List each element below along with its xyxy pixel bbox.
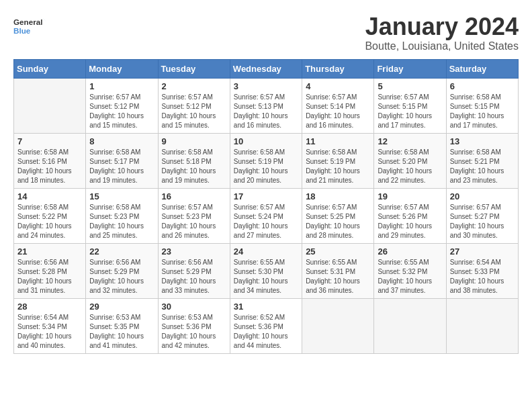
logo-svg: General Blue bbox=[13, 13, 47, 40]
day-number: 8 bbox=[89, 136, 154, 146]
day-number: 26 bbox=[378, 246, 442, 257]
header-monday: Monday bbox=[86, 59, 158, 78]
calendar-cell: 18Sunrise: 6:57 AMSunset: 5:25 PMDayligh… bbox=[302, 188, 374, 243]
day-info: Sunrise: 6:57 AMSunset: 5:14 PMDaylight:… bbox=[306, 93, 370, 130]
header-sunday: Sunday bbox=[14, 59, 86, 78]
day-number: 18 bbox=[306, 191, 370, 201]
month-title: January 2024 bbox=[365, 13, 519, 40]
day-info: Sunrise: 6:55 AMSunset: 5:32 PMDaylight:… bbox=[378, 258, 442, 295]
calendar-cell bbox=[302, 298, 374, 353]
calendar-cell: 14Sunrise: 6:58 AMSunset: 5:22 PMDayligh… bbox=[14, 188, 86, 243]
header-wednesday: Wednesday bbox=[230, 59, 302, 78]
calendar-cell: 2Sunrise: 6:57 AMSunset: 5:12 PMDaylight… bbox=[158, 78, 230, 133]
calendar-cell: 23Sunrise: 6:56 AMSunset: 5:29 PMDayligh… bbox=[158, 243, 230, 298]
calendar-cell: 8Sunrise: 6:58 AMSunset: 5:17 PMDaylight… bbox=[86, 133, 158, 188]
day-number: 22 bbox=[89, 246, 154, 257]
calendar-cell: 15Sunrise: 6:58 AMSunset: 5:23 PMDayligh… bbox=[86, 188, 158, 243]
day-number: 20 bbox=[450, 191, 515, 201]
calendar-cell: 27Sunrise: 6:54 AMSunset: 5:33 PMDayligh… bbox=[446, 243, 518, 298]
calendar-cell: 11Sunrise: 6:58 AMSunset: 5:19 PMDayligh… bbox=[302, 133, 374, 188]
week-row-5: 28Sunrise: 6:54 AMSunset: 5:34 PMDayligh… bbox=[14, 298, 519, 353]
day-info: Sunrise: 6:57 AMSunset: 5:12 PMDaylight:… bbox=[162, 93, 226, 130]
day-number: 11 bbox=[306, 136, 370, 146]
logo: General Blue bbox=[13, 13, 47, 40]
day-number: 13 bbox=[450, 136, 515, 146]
day-info: Sunrise: 6:58 AMSunset: 5:18 PMDaylight:… bbox=[162, 148, 226, 185]
day-info: Sunrise: 6:57 AMSunset: 5:12 PMDaylight:… bbox=[89, 93, 154, 130]
calendar-cell: 19Sunrise: 6:57 AMSunset: 5:26 PMDayligh… bbox=[374, 188, 446, 243]
calendar-cell: 22Sunrise: 6:56 AMSunset: 5:29 PMDayligh… bbox=[86, 243, 158, 298]
calendar-cell: 28Sunrise: 6:54 AMSunset: 5:34 PMDayligh… bbox=[14, 298, 86, 353]
day-info: Sunrise: 6:52 AMSunset: 5:36 PMDaylight:… bbox=[234, 313, 298, 351]
calendar-cell: 9Sunrise: 6:58 AMSunset: 5:18 PMDaylight… bbox=[158, 133, 230, 188]
week-row-4: 21Sunrise: 6:56 AMSunset: 5:28 PMDayligh… bbox=[14, 243, 519, 298]
calendar-cell: 24Sunrise: 6:55 AMSunset: 5:30 PMDayligh… bbox=[230, 243, 302, 298]
calendar-cell: 4Sunrise: 6:57 AMSunset: 5:14 PMDaylight… bbox=[302, 78, 374, 133]
day-info: Sunrise: 6:57 AMSunset: 5:15 PMDaylight:… bbox=[378, 93, 442, 130]
day-number: 17 bbox=[234, 191, 298, 201]
calendar-cell: 16Sunrise: 6:57 AMSunset: 5:23 PMDayligh… bbox=[158, 188, 230, 243]
day-info: Sunrise: 6:57 AMSunset: 5:13 PMDaylight:… bbox=[234, 93, 298, 130]
calendar-cell: 1Sunrise: 6:57 AMSunset: 5:12 PMDaylight… bbox=[86, 78, 158, 133]
header-friday: Friday bbox=[374, 59, 446, 78]
day-number: 6 bbox=[450, 81, 515, 91]
day-number: 29 bbox=[89, 302, 154, 312]
day-info: Sunrise: 6:58 AMSunset: 5:21 PMDaylight:… bbox=[450, 148, 515, 185]
calendar-cell: 26Sunrise: 6:55 AMSunset: 5:32 PMDayligh… bbox=[374, 243, 446, 298]
calendar-cell: 6Sunrise: 6:58 AMSunset: 5:15 PMDaylight… bbox=[446, 78, 518, 133]
day-info: Sunrise: 6:56 AMSunset: 5:28 PMDaylight:… bbox=[17, 258, 82, 295]
day-number: 27 bbox=[450, 246, 515, 257]
day-info: Sunrise: 6:58 AMSunset: 5:15 PMDaylight:… bbox=[450, 93, 515, 130]
calendar-cell: 17Sunrise: 6:57 AMSunset: 5:24 PMDayligh… bbox=[230, 188, 302, 243]
day-info: Sunrise: 6:54 AMSunset: 5:33 PMDaylight:… bbox=[450, 258, 515, 295]
day-info: Sunrise: 6:53 AMSunset: 5:35 PMDaylight:… bbox=[89, 313, 154, 351]
header-saturday: Saturday bbox=[446, 59, 518, 78]
calendar-cell: 13Sunrise: 6:58 AMSunset: 5:21 PMDayligh… bbox=[446, 133, 518, 188]
calendar-cell: 7Sunrise: 6:58 AMSunset: 5:16 PMDaylight… bbox=[14, 133, 86, 188]
day-info: Sunrise: 6:58 AMSunset: 5:16 PMDaylight:… bbox=[17, 148, 82, 185]
day-number: 2 bbox=[162, 81, 226, 91]
day-info: Sunrise: 6:57 AMSunset: 5:23 PMDaylight:… bbox=[162, 203, 226, 240]
day-info: Sunrise: 6:57 AMSunset: 5:26 PMDaylight:… bbox=[378, 203, 442, 240]
header-tuesday: Tuesday bbox=[158, 59, 230, 78]
day-number: 12 bbox=[378, 136, 442, 146]
calendar-cell: 25Sunrise: 6:55 AMSunset: 5:31 PMDayligh… bbox=[302, 243, 374, 298]
title-block: January 2024 Boutte, Louisiana, United S… bbox=[365, 13, 519, 52]
day-info: Sunrise: 6:53 AMSunset: 5:36 PMDaylight:… bbox=[162, 313, 226, 351]
day-info: Sunrise: 6:58 AMSunset: 5:19 PMDaylight:… bbox=[234, 148, 298, 185]
day-info: Sunrise: 6:58 AMSunset: 5:23 PMDaylight:… bbox=[89, 203, 154, 240]
header-row: SundayMondayTuesdayWednesdayThursdayFrid… bbox=[14, 59, 519, 78]
calendar-cell: 30Sunrise: 6:53 AMSunset: 5:36 PMDayligh… bbox=[158, 298, 230, 353]
calendar-cell: 29Sunrise: 6:53 AMSunset: 5:35 PMDayligh… bbox=[86, 298, 158, 353]
day-info: Sunrise: 6:57 AMSunset: 5:24 PMDaylight:… bbox=[234, 203, 298, 240]
calendar-cell: 31Sunrise: 6:52 AMSunset: 5:36 PMDayligh… bbox=[230, 298, 302, 353]
day-number: 24 bbox=[234, 246, 298, 257]
calendar-cell: 21Sunrise: 6:56 AMSunset: 5:28 PMDayligh… bbox=[14, 243, 86, 298]
day-number: 9 bbox=[162, 136, 226, 146]
svg-text:General: General bbox=[13, 17, 42, 26]
week-row-1: 1Sunrise: 6:57 AMSunset: 5:12 PMDaylight… bbox=[14, 78, 519, 133]
day-number: 4 bbox=[306, 81, 370, 91]
calendar-cell: 3Sunrise: 6:57 AMSunset: 5:13 PMDaylight… bbox=[230, 78, 302, 133]
day-number: 10 bbox=[234, 136, 298, 146]
page-header: General Blue January 2024 Boutte, Louisi… bbox=[13, 13, 519, 52]
day-number: 28 bbox=[17, 302, 82, 312]
calendar-table: SundayMondayTuesdayWednesdayThursdayFrid… bbox=[13, 59, 519, 354]
day-number: 23 bbox=[162, 246, 226, 257]
day-number: 7 bbox=[17, 136, 82, 146]
day-info: Sunrise: 6:57 AMSunset: 5:27 PMDaylight:… bbox=[450, 203, 515, 240]
day-number: 25 bbox=[306, 246, 370, 257]
svg-marker-1 bbox=[42, 18, 47, 23]
calendar-cell: 10Sunrise: 6:58 AMSunset: 5:19 PMDayligh… bbox=[230, 133, 302, 188]
header-thursday: Thursday bbox=[302, 59, 374, 78]
calendar-cell bbox=[374, 298, 446, 353]
calendar-cell: 20Sunrise: 6:57 AMSunset: 5:27 PMDayligh… bbox=[446, 188, 518, 243]
day-info: Sunrise: 6:55 AMSunset: 5:31 PMDaylight:… bbox=[306, 258, 370, 295]
day-info: Sunrise: 6:54 AMSunset: 5:34 PMDaylight:… bbox=[17, 313, 82, 351]
day-number: 21 bbox=[17, 246, 82, 257]
day-number: 1 bbox=[89, 81, 154, 91]
day-info: Sunrise: 6:58 AMSunset: 5:19 PMDaylight:… bbox=[306, 148, 370, 185]
location-subtitle: Boutte, Louisiana, United States bbox=[365, 40, 519, 52]
day-number: 30 bbox=[162, 302, 226, 312]
day-info: Sunrise: 6:55 AMSunset: 5:30 PMDaylight:… bbox=[234, 258, 298, 295]
